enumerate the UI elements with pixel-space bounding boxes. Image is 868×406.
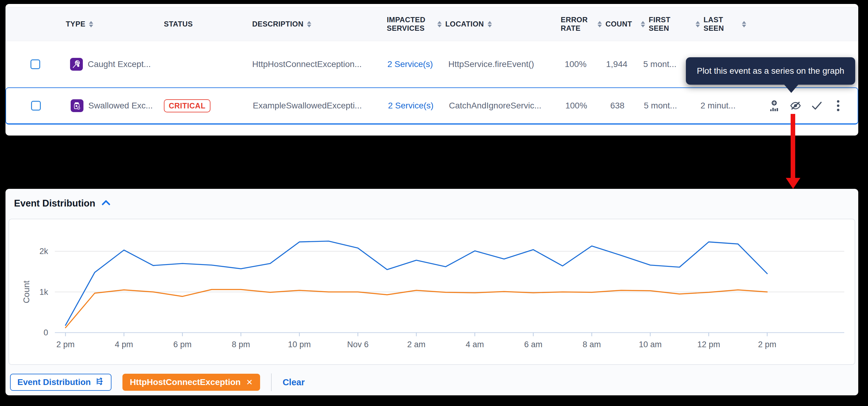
- column-label: ERROR RATE: [561, 15, 586, 32]
- svg-text:2 pm: 2 pm: [758, 340, 776, 349]
- sort-icon[interactable]: [597, 21, 602, 27]
- description-cell: HttpHostConnectException...: [247, 59, 378, 69]
- sort-icon[interactable]: [307, 21, 311, 27]
- column-label: TYPE: [66, 20, 85, 28]
- svg-text:2k: 2k: [39, 247, 48, 256]
- svg-text:0: 0: [43, 328, 48, 337]
- svg-text:12 pm: 12 pm: [697, 340, 720, 349]
- plot-series-icon[interactable]: [768, 100, 780, 112]
- sort-icon[interactable]: [641, 21, 645, 27]
- type-cell: Caught Except...: [49, 58, 158, 71]
- column-header-impacted-services[interactable]: IMPACTED SERVICES: [378, 15, 436, 32]
- column-header-last-seen[interactable]: LAST SEEN: [691, 15, 746, 32]
- svg-text:1k: 1k: [39, 287, 48, 296]
- services-link[interactable]: 2 Service(s): [388, 59, 433, 69]
- column-label: FIRST SEEN: [649, 15, 691, 32]
- svg-text:6 am: 6 am: [524, 340, 542, 349]
- description-cell: ExampleSwallowedExcepti...: [247, 101, 378, 111]
- branch-arrows-icon: [96, 377, 104, 388]
- chart-title: Event Distribution: [14, 198, 95, 209]
- svg-text:6 pm: 6 pm: [173, 340, 192, 349]
- column-header-type[interactable]: TYPE: [49, 20, 158, 28]
- collapse-chevron-up-icon[interactable]: [101, 199, 111, 208]
- status-cell: CRITICAL: [159, 99, 247, 113]
- row-checkbox[interactable]: [30, 59, 40, 69]
- location-cell: CatchAndIgnoreServic...: [436, 101, 555, 111]
- svg-text:4 am: 4 am: [466, 340, 484, 349]
- sort-icon[interactable]: [488, 21, 492, 27]
- remove-series-x-icon[interactable]: ✕: [246, 378, 253, 387]
- svg-text:4 pm: 4 pm: [115, 340, 133, 349]
- sort-icon[interactable]: [437, 21, 442, 27]
- event-distribution-panel: Event Distribution 01k2kCount2 pm4 pm6 p…: [5, 189, 858, 395]
- svg-text:2 am: 2 am: [407, 340, 426, 349]
- count-cell: 638: [597, 101, 637, 111]
- column-label: LOCATION: [445, 20, 484, 28]
- impacted-services-cell: 2 Service(s): [378, 101, 436, 111]
- sort-icon[interactable]: [89, 21, 93, 27]
- hide-event-eye-off-icon[interactable]: [789, 100, 802, 112]
- chart-title-row: Event Distribution: [14, 198, 111, 209]
- svg-text:2 pm: 2 pm: [56, 340, 74, 349]
- annotation-arrow-shaft: [790, 114, 795, 179]
- svg-text:Count: Count: [22, 281, 31, 303]
- column-label: IMPACTED SERVICES: [387, 15, 423, 32]
- count-cell: 1,944: [597, 59, 637, 69]
- location-cell: HttpService.fireEvent(): [436, 59, 554, 69]
- table-row-selected[interactable]: Swallowed Exc... CRITICAL ExampleSwallow…: [5, 87, 858, 125]
- column-label: COUNT: [606, 20, 632, 28]
- column-header-description[interactable]: DESCRIPTION: [247, 20, 378, 28]
- column-label: LAST SEEN: [704, 15, 738, 32]
- series-chip-label: HttpHostConnectException: [130, 377, 241, 387]
- tooltip-text: Plot this event as a series on the graph: [697, 66, 844, 76]
- svg-text:8 am: 8 am: [583, 340, 601, 349]
- caught-exception-icon: [70, 58, 83, 71]
- screen: TYPE STATUS DESCRIPTION IMPACTED SERVICE…: [0, 0, 868, 406]
- row-checkbox-cell: [6, 101, 49, 111]
- first-seen-cell: 5 mont...: [637, 101, 692, 111]
- column-header-count[interactable]: COUNT: [597, 20, 637, 28]
- type-label: Swallowed Exc...: [88, 101, 153, 111]
- svg-text:10 pm: 10 pm: [288, 340, 311, 349]
- svg-text:Nov 6: Nov 6: [347, 340, 369, 349]
- first-seen-cell: 5 mont...: [637, 59, 691, 69]
- error-rate-cell: 100%: [555, 101, 597, 111]
- chart-card: 01k2kCount2 pm4 pm6 pm8 pm10 pmNov 62 am…: [8, 219, 855, 365]
- type-cell: Swallowed Exc...: [49, 99, 159, 112]
- legend-divider: [271, 373, 272, 391]
- column-header-location[interactable]: LOCATION: [436, 20, 554, 28]
- critical-status-badge: CRITICAL: [164, 99, 211, 113]
- row-checkbox[interactable]: [31, 101, 41, 111]
- svg-text:8 pm: 8 pm: [232, 340, 250, 349]
- services-link[interactable]: 2 Service(s): [388, 101, 433, 110]
- event-distribution-chart: 01k2kCount2 pm4 pm6 pm8 pm10 pmNov 62 am…: [9, 219, 855, 364]
- http-host-connect-exception-chip[interactable]: HttpHostConnectException ✕: [122, 374, 260, 391]
- column-header-first-seen[interactable]: FIRST SEEN: [637, 15, 691, 32]
- swallowed-exception-icon: [71, 99, 84, 112]
- series-button-label: Event Distribution: [18, 377, 91, 387]
- svg-text:10 am: 10 am: [639, 340, 661, 349]
- annotation-arrow-head: [786, 178, 800, 189]
- clear-series-link[interactable]: Clear: [283, 377, 305, 387]
- sort-icon[interactable]: [695, 21, 700, 27]
- error-rate-cell: 100%: [554, 59, 597, 69]
- column-label: STATUS: [164, 20, 193, 28]
- row-checkbox-cell: [5, 59, 49, 69]
- impacted-services-cell: 2 Service(s): [378, 59, 436, 69]
- plot-event-tooltip: Plot this event as a series on the graph: [686, 57, 855, 85]
- resolve-check-icon[interactable]: [811, 100, 823, 112]
- row-actions: [747, 100, 858, 112]
- sort-icon[interactable]: [742, 21, 746, 27]
- table-header-row: TYPE STATUS DESCRIPTION IMPACTED SERVICE…: [5, 7, 858, 41]
- last-seen-cell: 2 minut...: [692, 101, 747, 111]
- type-label: Caught Except...: [88, 59, 151, 69]
- event-distribution-series-button[interactable]: Event Distribution: [10, 374, 112, 391]
- chart-legend-row: Event Distribution HttpHostConnectExcept…: [10, 373, 305, 391]
- more-options-kebab-icon[interactable]: [832, 100, 844, 112]
- column-label: DESCRIPTION: [252, 20, 303, 28]
- column-header-error-rate[interactable]: ERROR RATE: [554, 15, 597, 32]
- column-header-status[interactable]: STATUS: [158, 20, 247, 28]
